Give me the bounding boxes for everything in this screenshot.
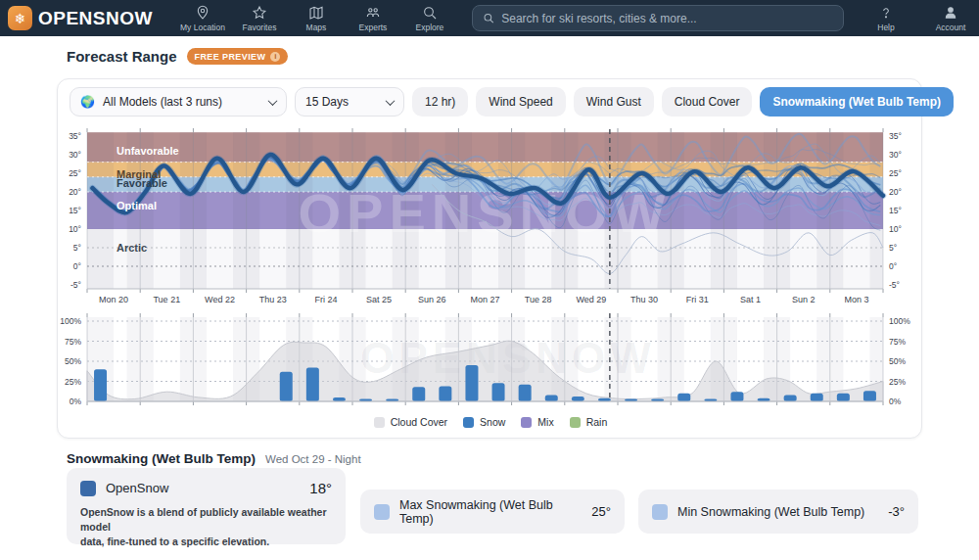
svg-text:Arctic: Arctic — [117, 242, 147, 254]
svg-text:10°: 10° — [69, 224, 81, 234]
nav-item-help[interactable]: Help — [858, 3, 914, 34]
free-preview-badge[interactable]: FREE PREVIEW i — [187, 48, 289, 65]
nav-item-maps[interactable]: Maps — [288, 3, 345, 34]
legend-item-snow[interactable]: Snow — [463, 416, 505, 428]
legend-item-mix[interactable]: Mix — [521, 416, 553, 428]
svg-text:30°: 30° — [889, 150, 902, 160]
nav-item-explore[interactable]: Explore — [401, 3, 458, 34]
nav-right: Help Account — [858, 3, 979, 34]
opensnow-value-card: OpenSnow 18° OpenSnow is a blend of publ… — [67, 468, 346, 544]
svg-text:Thu 30: Thu 30 — [630, 295, 658, 304]
svg-text:0%: 0% — [70, 397, 82, 406]
nav-items: My Location Favorites Maps Experts Explo… — [174, 3, 458, 34]
svg-text:20°: 20° — [889, 187, 902, 197]
nav-item-favorites[interactable]: Favorites — [231, 3, 288, 34]
location-pin-icon — [195, 5, 210, 21]
brand-name: OPENSNOW — [38, 8, 153, 29]
navbar: ❄ OPENSNOW My Location Favorites Maps Ex… — [0, 0, 979, 36]
model-select-value: All Models (last 3 runs) — [103, 95, 222, 109]
svg-text:100%: 100% — [60, 316, 81, 326]
svg-text:50%: 50% — [889, 356, 906, 366]
min-label: Min Snowmaking (Wet Bulb Temp) — [677, 505, 864, 519]
svg-text:75%: 75% — [889, 337, 906, 347]
nav-item-label: Favorites — [242, 23, 276, 32]
nav-item-experts[interactable]: Experts — [345, 3, 401, 34]
wind-speed-button[interactable]: Wind Speed — [476, 87, 565, 117]
max-label: Max Snowmaking (Wet Bulb Temp) — [399, 498, 582, 526]
svg-text:Sat 25: Sat 25 — [366, 295, 392, 304]
nav-item-my-location[interactable]: My Location — [174, 3, 231, 34]
search-bar — [472, 5, 844, 31]
globe-icon: 🌍 — [80, 95, 95, 109]
interval-button[interactable]: 12 hr) — [412, 87, 468, 117]
svg-text:10°: 10° — [889, 224, 902, 234]
svg-text:75%: 75% — [65, 337, 81, 347]
legend-item-cloud-cover[interactable]: Cloud Cover — [374, 416, 447, 428]
svg-text:Favorable: Favorable — [117, 177, 167, 189]
detail-heading-row: Snowmaking (Wet Bulb Temp) Wed Oct 29 - … — [67, 451, 361, 466]
svg-text:5°: 5° — [73, 243, 81, 253]
svg-text:Sun 2: Sun 2 — [792, 295, 816, 304]
svg-text:Optimal: Optimal — [117, 200, 157, 211]
search-icon — [483, 12, 494, 24]
svg-text:5°: 5° — [889, 243, 897, 253]
max-snowmaking-card: Max Snowmaking (Wet Bulb Temp) 25° — [360, 490, 625, 534]
svg-text:35°: 35° — [889, 131, 902, 141]
svg-text:-5°: -5° — [889, 280, 900, 290]
range-select[interactable]: 15 Days — [295, 87, 404, 117]
svg-text:25°: 25° — [889, 168, 902, 178]
chevron-down-icon — [386, 96, 396, 106]
range-select-value: 15 Days — [305, 95, 349, 109]
nav-item-label: Account — [936, 23, 966, 32]
nav-item-label: Help — [877, 23, 894, 32]
brand-logo[interactable]: ❄ OPENSNOW — [0, 6, 153, 30]
temperature-forecast-chart[interactable]: OPENSNOWUnfavorableMarginalFavorableOpti… — [58, 126, 923, 308]
chart-legend: Cloud Cover Snow Mix Rain — [58, 416, 923, 428]
chevron-down-icon — [268, 96, 278, 106]
nav-item-label: My Location — [180, 23, 225, 32]
series-name: OpenSnow — [106, 481, 168, 495]
svg-text:50%: 50% — [65, 356, 81, 366]
nav-item-account[interactable]: Account — [922, 3, 979, 34]
min-value: -3° — [888, 504, 905, 519]
svg-text:35°: 35° — [69, 131, 81, 141]
snow-swatch — [463, 417, 474, 428]
svg-text:25%: 25% — [65, 377, 81, 387]
search-input[interactable] — [501, 12, 833, 25]
legend-item-rain[interactable]: Rain — [570, 416, 608, 428]
magnifier-icon — [422, 5, 438, 21]
mix-swatch — [521, 417, 532, 428]
experts-icon — [365, 5, 381, 21]
svg-text:100%: 100% — [889, 316, 910, 326]
svg-text:0°: 0° — [73, 261, 81, 271]
snowflake-logo-icon: ❄ — [8, 6, 32, 30]
max-series-swatch — [374, 504, 390, 520]
precip-cloud-chart[interactable]: OPENSNOW100%100%75%75%50%50%25%25%0%0% — [58, 310, 923, 412]
svg-text:Sun 26: Sun 26 — [418, 295, 446, 304]
svg-text:0%: 0% — [889, 397, 902, 406]
model-select[interactable]: 🌍 All Models (last 3 runs) — [70, 87, 287, 117]
wind-gust-button[interactable]: Wind Gust — [574, 87, 654, 117]
svg-text:-5°: -5° — [70, 280, 81, 290]
series-value: 18° — [309, 480, 332, 496]
max-value: 25° — [591, 504, 611, 519]
rain-swatch — [570, 417, 581, 428]
nav-item-label: Maps — [306, 23, 327, 32]
cloud-cover-button[interactable]: Cloud Cover — [662, 87, 753, 117]
min-snowmaking-card: Min Snowmaking (Wet Bulb Temp) -3° — [638, 490, 918, 534]
nav-item-label: Experts — [359, 23, 388, 32]
account-icon — [943, 5, 958, 21]
svg-text:25%: 25% — [889, 377, 906, 387]
opensnow-app: ❄ OPENSNOW My Location Favorites Maps Ex… — [0, 0, 979, 560]
svg-text:Mon 3: Mon 3 — [844, 295, 868, 304]
map-icon — [308, 5, 324, 21]
svg-text:0°: 0° — [889, 261, 897, 271]
detail-date: Wed Oct 29 - Night — [265, 453, 361, 465]
svg-text:Fri 24: Fri 24 — [314, 295, 337, 304]
series-description: OpenSnow is a blend of publicly availabl… — [67, 496, 346, 550]
svg-text:25°: 25° — [69, 168, 81, 178]
snowmaking-button[interactable]: Snowmaking (Wet Bulb Temp) — [760, 87, 954, 117]
svg-text:Tue 28: Tue 28 — [525, 295, 552, 304]
nav-item-label: Explore — [416, 23, 444, 32]
svg-text:Thu 23: Thu 23 — [259, 295, 287, 304]
